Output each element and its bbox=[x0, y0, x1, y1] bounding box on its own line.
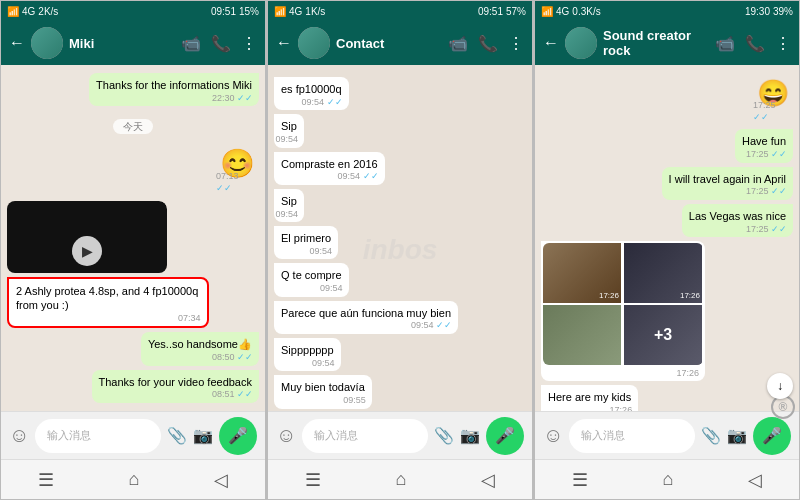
video-call-icon-3[interactable]: 📹 bbox=[715, 34, 735, 53]
contact-info-1: Miki bbox=[69, 36, 175, 51]
video-call-icon-1[interactable]: 📹 bbox=[181, 34, 201, 53]
p3-msg-3: Las Vegas was nice 17:25 bbox=[682, 204, 793, 237]
header-icons-2: 📹 📞 ⋮ bbox=[448, 34, 524, 53]
signal-text-3: 4G bbox=[556, 6, 569, 17]
phone-icon-2[interactable]: 📞 bbox=[478, 34, 498, 53]
data-speed-3: 0.3K/s bbox=[572, 6, 600, 17]
nav-menu-icon-3[interactable]: ☰ bbox=[572, 469, 588, 491]
attach-icon-2[interactable]: 📎 bbox=[434, 426, 454, 445]
battery-2: 57% bbox=[506, 6, 526, 17]
status-bar-1: 📶 4G 2K/s 09:51 15% bbox=[1, 1, 265, 21]
video-call-icon-2[interactable]: 📹 bbox=[448, 34, 468, 53]
scroll-down-button[interactable]: ↓ bbox=[767, 373, 793, 399]
p2-msg-2: Sip 09:54 bbox=[274, 114, 304, 147]
attach-icon-3[interactable]: 📎 bbox=[701, 426, 721, 445]
camera-icon-1[interactable]: 📷 bbox=[193, 426, 213, 445]
mic-button-1[interactable]: 🎤 bbox=[219, 417, 257, 455]
status-right-2: 09:51 57% bbox=[478, 6, 526, 17]
signal-text-1: 4G bbox=[22, 6, 35, 17]
camera-icon-3[interactable]: 📷 bbox=[727, 426, 747, 445]
attach-icon-1[interactable]: 📎 bbox=[167, 426, 187, 445]
input-bar-3: ☺ 输入消息 📎 📷 🎤 bbox=[535, 411, 799, 459]
p3-emoji-1: 😄 17:25 bbox=[753, 73, 793, 125]
p3-msg-2: I will travel again in April 17:25 bbox=[662, 167, 793, 200]
chat-area-1: Thanks for the informations Miki 22:30 今… bbox=[1, 65, 265, 411]
nav-menu-icon-2[interactable]: ☰ bbox=[305, 469, 321, 491]
phone-icon-3[interactable]: 📞 bbox=[745, 34, 765, 53]
chat-header-2: ← Contact 📹 📞 ⋮ bbox=[268, 21, 532, 65]
signal-icon-2: 📶 bbox=[274, 6, 286, 17]
nav-back-icon-3[interactable]: ◁ bbox=[748, 469, 762, 491]
input-bar-1: ☺ 输入消息 📎 📷 🎤 bbox=[1, 411, 265, 459]
p3-msg-1: Have fun 17:25 bbox=[735, 129, 793, 162]
contact-name-3: Sound creator rock bbox=[603, 28, 709, 58]
nav-menu-icon-1[interactable]: ☰ bbox=[38, 469, 54, 491]
data-speed-2: 1K/s bbox=[305, 6, 325, 17]
avatar-1 bbox=[31, 27, 63, 59]
panel-3: ® 📶 4G 0.3K/s 19:30 39% ← Sound creator … bbox=[534, 0, 800, 500]
p3-img-grid: 17:26 17:26 +3 17:26 bbox=[541, 241, 705, 381]
avatar-2 bbox=[298, 27, 330, 59]
message-1-6: Yes..so handsome👍 08:50 bbox=[141, 332, 259, 365]
img-cell-1: 17:26 bbox=[543, 243, 621, 303]
signal-icon-1: 📶 bbox=[7, 6, 19, 17]
emoji-icon-1[interactable]: ☺ bbox=[9, 424, 29, 447]
nav-home-icon-3[interactable]: ⌂ bbox=[663, 469, 674, 490]
bottom-nav-3: ☰ ⌂ ◁ bbox=[535, 459, 799, 499]
mic-button-2[interactable]: 🎤 bbox=[486, 417, 524, 455]
time-1: 09:51 bbox=[211, 6, 236, 17]
img-cell-3 bbox=[543, 305, 621, 365]
mic-button-3[interactable]: 🎤 bbox=[753, 417, 791, 455]
nav-home-icon-1[interactable]: ⌂ bbox=[129, 469, 140, 490]
p2-msg-6: Q te compre 09:54 bbox=[274, 263, 349, 296]
input-bar-2: ☺ 输入消息 📎 📷 🎤 bbox=[268, 411, 532, 459]
img-cell-2: 17:26 bbox=[624, 243, 702, 303]
signal-text-2: 4G bbox=[289, 6, 302, 17]
back-button-3[interactable]: ← bbox=[543, 34, 559, 52]
panel-1: 📶 4G 2K/s 09:51 15% ← Miki 📹 📞 ⋮ Thanks … bbox=[0, 0, 266, 500]
menu-icon-1[interactable]: ⋮ bbox=[241, 34, 257, 53]
p2-msg-5: El primero 09:54 bbox=[274, 226, 338, 259]
status-bar-3: 📶 4G 0.3K/s 19:30 39% bbox=[535, 1, 799, 21]
message-input-1[interactable]: 输入消息 bbox=[35, 419, 161, 453]
p2-msg-4: Sip 09:54 bbox=[274, 189, 304, 222]
contact-info-3: Sound creator rock bbox=[603, 28, 709, 58]
back-button-1[interactable]: ← bbox=[9, 34, 25, 52]
message-input-3[interactable]: 输入消息 bbox=[569, 419, 695, 453]
p3-msg-5: Here are my kids 17:26 bbox=[541, 385, 638, 411]
contact-info-2: Contact bbox=[336, 36, 442, 51]
menu-icon-3[interactable]: ⋮ bbox=[775, 34, 791, 53]
phone-icon-1[interactable]: 📞 bbox=[211, 34, 231, 53]
status-bar-2: 📶 4G 1K/s 09:51 57% bbox=[268, 1, 532, 21]
nav-home-icon-2[interactable]: ⌂ bbox=[396, 469, 407, 490]
battery-1: 15% bbox=[239, 6, 259, 17]
chat-header-1: ← Miki 📹 📞 ⋮ bbox=[1, 21, 265, 65]
emoji-icon-3[interactable]: ☺ bbox=[543, 424, 563, 447]
date-divider-1: 今天 bbox=[7, 116, 259, 134]
status-left-1: 📶 4G 2K/s bbox=[7, 6, 58, 17]
emoji-icon-2[interactable]: ☺ bbox=[276, 424, 296, 447]
image-grid-3: 17:26 17:26 +3 bbox=[543, 243, 703, 365]
highlighted-message-1: 2 Ashly protea 4.8sp, and 4 fp10000q fro… bbox=[7, 277, 209, 329]
avatar-3 bbox=[565, 27, 597, 59]
camera-icon-2[interactable]: 📷 bbox=[460, 426, 480, 445]
status-right-1: 09:51 15% bbox=[211, 6, 259, 17]
play-button-1[interactable]: ▶ bbox=[72, 236, 102, 266]
data-speed-1: 2K/s bbox=[38, 6, 58, 17]
chat-header-3: ← Sound creator rock 📹 📞 ⋮ bbox=[535, 21, 799, 65]
nav-back-icon-1[interactable]: ◁ bbox=[214, 469, 228, 491]
contact-name-2: Contact bbox=[336, 36, 442, 51]
status-left-2: 📶 4G 1K/s bbox=[274, 6, 325, 17]
header-icons-3: 📹 📞 ⋮ bbox=[715, 34, 791, 53]
contact-name-1: Miki bbox=[69, 36, 175, 51]
p2-msg-7: Parece que aún funciona muy bien 09:54 bbox=[274, 301, 458, 334]
battery-3: 39% bbox=[773, 6, 793, 17]
message-input-2[interactable]: 输入消息 bbox=[302, 419, 428, 453]
menu-icon-2[interactable]: ⋮ bbox=[508, 34, 524, 53]
message-1-1: Thanks for the informations Miki 22:30 bbox=[89, 73, 259, 106]
status-left-3: 📶 4G 0.3K/s bbox=[541, 6, 601, 17]
back-button-2[interactable]: ← bbox=[276, 34, 292, 52]
nav-back-icon-2[interactable]: ◁ bbox=[481, 469, 495, 491]
img-cell-plus: +3 bbox=[624, 305, 702, 365]
time-2: 09:51 bbox=[478, 6, 503, 17]
